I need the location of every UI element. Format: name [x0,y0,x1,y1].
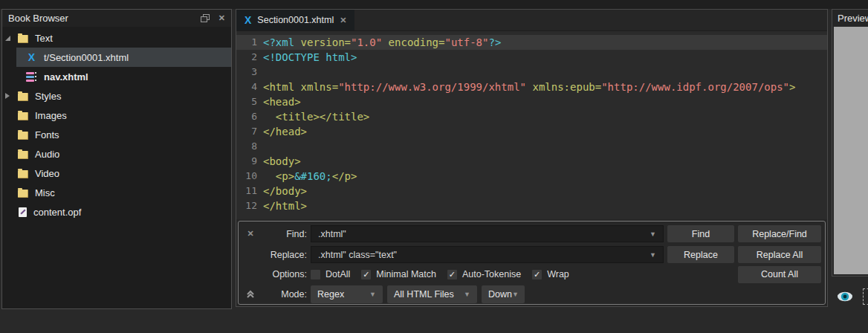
direction-select[interactable]: Down▼ [482,285,525,303]
code-line: 5<head> [236,94,827,109]
tree-item-label: Video [35,168,59,179]
editor-panel: X Section0001.xhtml ✕ 1<?xml version="1.… [236,9,828,307]
code-line: 8 [236,139,827,154]
tree-item-label: Audio [35,149,59,160]
close-panel-icon[interactable]: ✕ [218,14,225,22]
line-number: 2 [236,50,263,65]
top-toolbar-strip [0,0,868,9]
xhtml-file-icon: X [244,14,251,26]
mode-select[interactable]: Regex▼ [311,285,383,303]
option-label: Wrap [547,269,569,279]
opf-file-icon [19,207,27,217]
book-browser-title: Book Browser [8,13,68,24]
chevron-down-icon: ▼ [369,291,376,298]
tree-item-fonts[interactable]: Fonts [2,125,231,144]
option-label: Auto-Tokenise [462,269,521,279]
tree-item-video[interactable]: Video [2,164,231,183]
replace-button[interactable]: Replace [667,246,734,263]
preview-toolbar [837,287,868,306]
tree-item-label: content.opf [33,207,81,218]
book-browser-titlebar: Book Browser ✕ [2,10,231,27]
mode-dropdowns: Regex▼All HTML Files▼Down▼ [311,285,664,303]
line-number: 10 [236,169,263,184]
replace-all-button[interactable]: Replace All [738,246,821,263]
code-text: <!DOCTYPE html> [263,50,357,65]
replace-input[interactable]: .xhtml" class="text" ▼ [311,246,664,263]
find-button[interactable]: Find [667,225,734,242]
scope-select[interactable]: All HTML Files▼ [387,285,477,303]
editor-tab-bar: X Section0001.xhtml ✕ [236,10,827,31]
tree-item-label: t/Section0001.xhtml [44,52,129,63]
line-number: 7 [236,124,263,139]
collapse-find-icon[interactable] [246,290,255,299]
tab-section0001[interactable]: X Section0001.xhtml ✕ [236,10,354,30]
code-line: 3 [236,65,827,80]
tree-item-images[interactable]: Images [2,106,231,125]
line-number: 5 [236,94,263,109]
xhtml-file-icon: X [26,52,37,62]
tree-item-content-opf[interactable]: content.opf [2,202,231,222]
expand-arrow-icon[interactable] [5,93,10,99]
book-browser-panel: Book Browser ✕ TextXt/Section0001.xhtmln… [1,9,232,309]
preview-content [834,27,868,274]
eye-icon[interactable] [837,291,853,303]
tree-item-misc[interactable]: Misc [2,183,231,202]
code-text: <html xmlns="http://www.w3.org/1999/xhtm… [263,80,796,94]
checked-checkbox[interactable]: ✓ [532,270,542,279]
replace-find-button[interactable]: Replace/Find [738,225,821,242]
line-number: 6 [236,109,263,124]
tree-item-nav-xhtml[interactable]: nav.xhtml [2,67,231,86]
preview-title: Preview [838,13,868,24]
chevron-down-icon[interactable]: ▼ [650,230,656,238]
tree-item-t-section0001-xhtml[interactable]: Xt/Section0001.xhtml [2,48,231,67]
collapse-arrow-icon[interactable] [5,36,10,41]
checked-checkbox[interactable]: ✓ [361,270,371,279]
code-view-icon[interactable] [863,288,868,305]
book-browser-tree: TextXt/Section0001.xhtmlnav.xhtmlStylesI… [2,27,231,222]
tree-item-styles[interactable]: Styles [2,86,231,106]
option-auto-tokenise[interactable]: ✓Auto-Tokenise [447,269,521,279]
dropdown-value: Regex [317,289,344,300]
find-input[interactable]: .xhtml" ▼ [311,225,664,242]
mode-label: Mode: [262,289,307,300]
folder-icon [18,112,28,120]
chevron-down-icon: ▼ [464,291,470,298]
tab-label: Section0001.xhtml [257,15,334,25]
nav-toc-icon [26,71,37,83]
folder-icon [18,190,28,198]
option-wrap[interactable]: ✓Wrap [532,269,569,279]
code-line: 1<?xml version="1.0" encoding="utf-8"?> [236,35,827,50]
line-number: 8 [236,139,263,154]
code-line: 10 <p>&#160;</p> [236,169,827,184]
option-dotall[interactable]: DotAll [311,269,350,279]
folder-icon [18,35,28,43]
option-label: DotAll [326,269,350,279]
code-line: 6 <title></title> [236,109,827,124]
line-number: 9 [236,154,263,169]
float-panel-icon[interactable] [201,14,210,22]
unchecked-checkbox[interactable] [311,270,320,279]
find-value: .xhtml" [318,229,346,239]
tree-item-audio[interactable]: Audio [2,144,231,164]
preview-panel: Preview [832,9,868,277]
dropdown-value: Down [488,289,512,300]
code-line: 4<html xmlns="http://www.w3.org/1999/xht… [236,80,827,94]
code-text: <head> [263,94,301,109]
close-find-icon[interactable]: ✕ [247,229,253,239]
code-text: <?xml version="1.0" encoding="utf-8"?> [263,35,501,50]
code-text: <p>&#160;</p> [263,169,357,184]
option-minimal-match[interactable]: ✓Minimal Match [361,269,436,279]
chevron-down-icon[interactable]: ▼ [650,251,656,259]
tree-item-label: Fonts [35,129,59,140]
search-options: DotAll✓Minimal Match✓Auto-Tokenise✓Wrap [311,269,664,279]
code-editor[interactable]: 1<?xml version="1.0" encoding="utf-8"?>2… [236,31,827,219]
replace-value: .xhtml" class="text" [318,250,397,260]
code-text: </head> [263,124,307,139]
line-number: 1 [236,35,263,50]
count-all-button[interactable]: Count All [738,266,821,283]
tree-item-label: Styles [35,91,61,102]
preview-titlebar: Preview [832,10,868,26]
checked-checkbox[interactable]: ✓ [447,270,457,279]
tree-item-text[interactable]: Text [2,28,231,48]
tab-close-icon[interactable]: ✕ [340,16,346,25]
